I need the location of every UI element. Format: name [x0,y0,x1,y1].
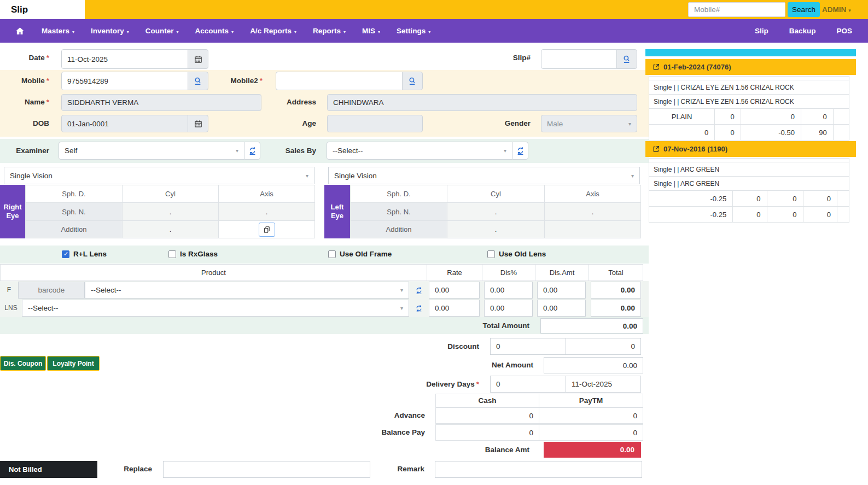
nav-accounts[interactable]: Accounts▾ [187,27,242,35]
left-sphd-header: Sph. D. [350,185,447,203]
frame-refresh-button[interactable] [411,282,426,299]
right-addition-cyl-cell[interactable]: . [122,220,219,238]
slip-search-button[interactable] [616,49,637,69]
nav-settings[interactable]: Settings▾ [388,27,439,35]
frame-dis-amt-input[interactable] [537,282,586,299]
delivery-date-value [566,376,641,393]
lens-dis-amt-input[interactable] [537,300,586,317]
right-axis-header: Axis [218,185,315,203]
is-rxglass-checkbox[interactable]: Is RxGlass [168,250,218,258]
history-entry-1-header[interactable]: 01-Feb-2024 (74076) [645,59,856,75]
dis-pct-col-header: Dis% [482,264,535,281]
advance-cash-input[interactable]: 0 [435,407,539,424]
top-bar: Slip Search ADMIN▾ [0,0,868,19]
left-addition-axis-cell[interactable] [544,220,641,238]
refresh-icon [415,305,423,312]
discount-amt-input[interactable] [566,338,641,355]
discount-pct-input[interactable] [490,338,566,355]
search-icon [622,55,631,63]
left-addition-cyl-cell[interactable]: . [447,220,545,238]
chevron-down-icon: ▾ [177,30,179,34]
chevron-down-icon: ▾ [231,30,234,34]
date-calendar-button[interactable] [188,49,208,69]
chevron-down-icon: ▾ [294,30,296,34]
nav-reports[interactable]: Reports▾ [305,27,354,35]
name-input [61,94,261,111]
admin-menu[interactable]: ADMIN▾ [822,0,851,19]
use-old-lens-checkbox[interactable]: Use Old Lens [487,250,546,258]
advance-label: Advance [321,411,425,419]
date-input[interactable] [61,49,188,69]
right-sphn-cyl-cell[interactable]: . [122,202,219,221]
slip-no-input[interactable] [541,49,617,69]
home-button[interactable] [7,26,33,36]
nav-ac-reports[interactable]: A/c Reports▾ [242,27,305,35]
mobile-input[interactable] [61,72,188,90]
right-eye-badge: Right Eye [0,185,25,238]
right-cyl-header: Cyl [122,185,219,203]
advance-paytm-input[interactable]: 0 [539,407,643,424]
remark-input[interactable] [435,461,642,478]
history-entry-2-header[interactable]: 07-Nov-2016 (1190) [645,141,856,157]
right-sphn-axis-cell[interactable]: . [218,202,315,221]
nav-inventory[interactable]: Inventory▾ [83,27,137,35]
slip-page: Date* Slip# Mobile* Mobile2* Name* Addre… [0,43,868,485]
left-eye-table: Left Eye Sph. D. Cyl Axis Sph. N. . . Ad… [324,185,641,238]
examiner-label: Examiner [0,147,49,155]
examiner-refresh-button[interactable] [244,142,260,160]
replace-input[interactable] [163,461,370,478]
dob-input [61,115,188,132]
loyalty-point-button[interactable]: Loyalty Point [47,356,100,371]
mobile-search-button[interactable] [188,72,208,90]
sales-by-select[interactable]: --Select--▾ [327,142,512,160]
frame-barcode-input[interactable] [18,282,85,299]
search-button[interactable]: Search [788,2,820,17]
use-old-frame-checkbox[interactable]: Use Old Frame [328,250,392,258]
lens-refresh-button[interactable] [411,300,426,317]
mobile2-input[interactable] [276,72,403,90]
history-table-strip [649,158,849,162]
frame-rate-input[interactable] [429,282,480,299]
history-rx-row: -0.25 0 0 0 [649,207,849,223]
left-sphn-axis-cell[interactable]: . [544,202,641,221]
mobile-search-input[interactable] [688,2,785,17]
checkbox-icon [62,250,69,258]
balance-pay-label: Balance Pay [321,428,425,436]
copy-prescription-button[interactable] [259,223,275,237]
mobile2-search-button[interactable] [402,72,423,90]
examiner-select[interactable]: Self▾ [59,142,244,160]
navbar-right: Slip Backup POS [744,27,863,35]
paytm-col-header: PayTM [539,394,643,407]
external-link-icon [653,145,660,153]
dob-calendar-button[interactable] [188,115,208,132]
nav-masters[interactable]: Masters▾ [33,27,83,35]
left-vision-type-select[interactable]: Single Vision▾ [328,167,640,184]
net-amount-value [544,357,643,373]
frame-product-select[interactable]: --Select--▾ [85,282,409,299]
total-amount-label: Total Amount [426,322,529,330]
dis-coupon-button[interactable]: Dis. Coupon [0,356,46,371]
frame-dis-pct-input[interactable] [484,282,533,299]
rl-lens-checkbox[interactable]: R+L Lens [62,250,107,258]
balance-amt-label: Balance Amt [426,446,529,454]
delivery-days-input[interactable] [490,376,566,393]
lens-product-select[interactable]: --Select--▾ [22,300,409,317]
lens-dis-pct-input[interactable] [484,300,533,317]
right-vision-type-select[interactable]: Single Vision▾ [4,167,314,184]
chevron-down-icon: ▾ [306,173,308,179]
balance-pay-paytm-input[interactable]: 0 [539,424,643,441]
history-table-strip [649,76,849,80]
history-product-row: Single | | CRIZAL EYE ZEN 1.56 CRIZAL RO… [649,94,849,108]
left-sphn-cyl-cell[interactable]: . [447,202,545,221]
calendar-icon [194,120,202,128]
nav-slip[interactable]: Slip [744,27,779,35]
lens-total-input [591,300,641,317]
nav-pos[interactable]: POS [826,27,863,35]
total-col-header: Total [589,264,643,281]
nav-counter[interactable]: Counter▾ [137,27,187,35]
balance-pay-cash-input[interactable]: 0 [435,424,539,441]
sales-by-refresh-button[interactable] [512,142,528,160]
nav-mis[interactable]: MIS▾ [354,27,388,35]
nav-backup[interactable]: Backup [779,27,826,35]
lens-rate-input[interactable] [429,300,480,317]
